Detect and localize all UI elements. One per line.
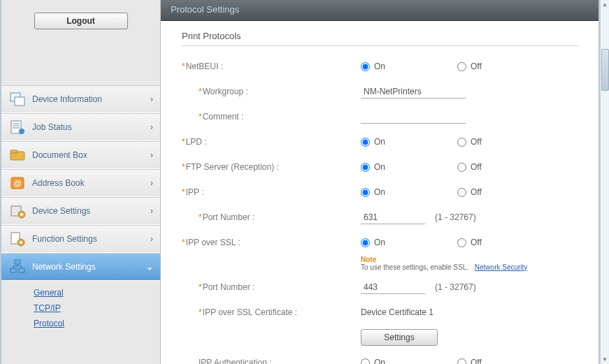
ipp-port-input[interactable] [361, 211, 425, 224]
ftp-off[interactable]: Off [457, 162, 554, 172]
logout-button[interactable]: Logout [34, 13, 128, 29]
device-information-icon [8, 90, 27, 108]
ftp-label: FTP Server (Reception) : [186, 162, 279, 172]
svg-rect-5 [10, 150, 17, 153]
chevron-right-icon: › [150, 178, 153, 188]
divider [182, 45, 578, 46]
main-panel: Protocol Settings Print Protocols *NetBE… [161, 0, 599, 364]
panel-body: Print Protocols *NetBEUI : On Off *Workg… [161, 21, 599, 364]
subnav-general[interactable]: General [34, 285, 160, 300]
ipp-port-hint: (1 - 32767) [435, 212, 476, 222]
scroll-down-icon[interactable]: ▼ [602, 356, 608, 363]
chevron-right-icon: › [150, 206, 153, 216]
svg-rect-15 [10, 268, 16, 272]
svg-rect-14 [15, 260, 20, 264]
sidebar-item-network-settings[interactable]: Network Settings ⌄ [1, 253, 160, 281]
chevron-right-icon: › [150, 150, 153, 160]
svg-point-13 [20, 241, 22, 244]
ssl-note: Note To use these settings, enable SSL. … [361, 256, 578, 271]
ipp-label: IPP : [186, 187, 204, 197]
chevron-right-icon: › [150, 234, 153, 244]
job-status-icon [8, 118, 27, 136]
sidebar-item-device-settings[interactable]: Device Settings › [1, 197, 160, 225]
svg-point-10 [20, 213, 23, 216]
sidebar-item-address-book[interactable]: @ Address Book › [1, 169, 160, 197]
note-title: Note [361, 256, 578, 263]
ipp-ssl-on[interactable]: On [361, 238, 457, 247]
ssl-port-hint: (1 - 32767) [435, 282, 476, 292]
sidebar-item-document-box[interactable]: Document Box › [1, 141, 160, 169]
svg-rect-1 [15, 97, 24, 105]
network-settings-icon [8, 258, 27, 276]
chevron-right-icon: › [150, 94, 153, 104]
ipp-auth-off[interactable]: Off [457, 358, 554, 364]
netbeui-on[interactable]: On [361, 61, 457, 71]
ssl-cert-value: Device Certificate 1 [361, 307, 434, 317]
ftp-on[interactable]: On [361, 162, 457, 172]
ipp-port-label: Port Number : [203, 212, 255, 222]
sidebar-item-label: Document Box [32, 150, 87, 160]
ssl-cert-label: IPP over SSL Certificate : [203, 307, 297, 317]
ipp-on[interactable]: On [361, 187, 457, 197]
scrollbar[interactable]: ▲ ▼ [600, 0, 609, 364]
address-book-icon: @ [8, 174, 27, 192]
ipp-ssl-off[interactable]: Off [457, 238, 554, 247]
svg-point-3 [19, 129, 24, 134]
svg-text:@: @ [13, 179, 21, 187]
lpd-on[interactable]: On [361, 137, 457, 147]
sidebar-item-label: Job Status [32, 122, 72, 132]
sidebar-item-label: Device Information [32, 94, 102, 104]
subnav-network: General TCP/IP Protocol [1, 281, 160, 337]
section-title: Print Protocols [182, 31, 578, 41]
ipp-auth-label: IPP Authentication : [199, 358, 272, 364]
chevron-right-icon: › [150, 122, 153, 132]
comment-input[interactable] [361, 110, 466, 124]
workgroup-input[interactable] [361, 85, 466, 99]
ipp-ssl-label: IPP over SSL : [186, 238, 241, 247]
sidebar-item-label: Device Settings [32, 206, 90, 216]
ssl-port-input[interactable] [361, 281, 425, 294]
ipp-auth-on[interactable]: On [361, 358, 457, 364]
scroll-up-icon[interactable]: ▲ [602, 1, 608, 8]
sidebar-item-function-settings[interactable]: Function Settings › [1, 225, 160, 253]
lpd-label: LPD : [186, 137, 207, 147]
ssl-port-label: Port Number : [203, 282, 255, 292]
ipp-off[interactable]: Off [457, 187, 554, 197]
settings-button[interactable]: Settings [361, 329, 438, 346]
comment-label: Comment : [203, 112, 244, 122]
sidebar: Logout Device Information › Job Status ›… [1, 0, 161, 364]
sidebar-item-label: Address Book [32, 178, 85, 188]
svg-rect-16 [19, 268, 24, 272]
sidebar-item-device-information[interactable]: Device Information › [1, 85, 160, 113]
note-text: To use these settings, enable SSL. [361, 263, 468, 271]
sidebar-item-job-status[interactable]: Job Status › [1, 113, 160, 141]
network-security-link[interactable]: Network Security [475, 263, 528, 271]
netbeui-label: NetBEUI : [186, 61, 223, 71]
chevron-down-icon: ⌄ [146, 262, 153, 272]
lpd-off[interactable]: Off [457, 137, 554, 147]
subnav-protocol[interactable]: Protocol [34, 316, 160, 331]
netbeui-off[interactable]: Off [457, 61, 554, 71]
panel-title: Protocol Settings [161, 0, 599, 21]
function-settings-icon [8, 230, 27, 248]
document-box-icon [8, 146, 27, 164]
sidebar-item-label: Function Settings [32, 234, 97, 244]
workgroup-label: Workgroup : [203, 87, 248, 96]
subnav-tcpip[interactable]: TCP/IP [34, 300, 160, 316]
device-settings-icon [8, 202, 27, 220]
scrollbar-thumb[interactable] [601, 49, 609, 91]
sidebar-item-label: Network Settings [32, 262, 96, 272]
